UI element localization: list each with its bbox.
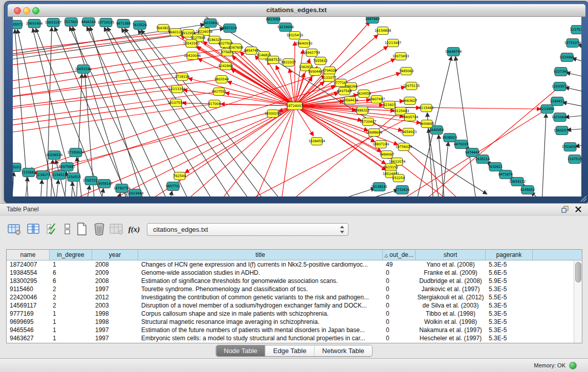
graph-node[interactable]: 1107533 [568,155,581,164]
graph-node[interactable]: 9405572 [13,20,23,29]
table-cell[interactable]: 1997 [92,326,138,334]
graph-node[interactable]: 9329966 [560,53,574,62]
table-cell[interactable]: 22420046 [7,293,50,301]
table-cell[interactable]: Corpus callosum shape and size in male p… [138,310,383,318]
graph-node[interactable]: 9671388 [116,19,130,28]
table-cell[interactable]: 2012 [92,293,138,301]
table-cell[interactable]: 5.3E-5 [486,285,533,293]
graph-node[interactable]: 18724007 [287,102,303,110]
table-cell[interactable]: Nakamura et al. (1997) [416,326,486,334]
select-rows-icon[interactable] [45,222,59,236]
table-cell[interactable]: 0 [383,310,416,318]
table-row[interactable]: 1872400712008Changes of HCN gene express… [7,260,582,269]
table-cell[interactable]: Stergiakouli et al. (2012) [416,293,486,301]
graph-node[interactable]: 1217534 [570,26,581,34]
table-cell[interactable]: 1 [50,260,92,269]
graph-node[interactable]: 917004 [208,100,221,108]
scrollbar-thumb[interactable] [575,262,581,282]
graph-node[interactable]: 10688609 [366,129,383,137]
table-cell[interactable]: 1998 [92,310,138,318]
graph-node[interactable]: 9121077 [322,74,336,82]
table-cell[interactable]: 9465546 [7,326,50,334]
graph-node[interactable]: 10719195 [98,18,115,27]
window-titlebar[interactable]: citations_edges.txt [8,4,585,17]
graph-node[interactable]: 7486322 [355,107,369,115]
table-cell[interactable]: 5.9E-5 [486,277,533,285]
table-cell[interactable]: 0 [383,326,416,334]
graph-node[interactable]: 9484067 [380,151,394,159]
graph-node[interactable]: 1154519 [52,171,67,180]
table-row[interactable]: 2242004622012Investigating the contribut… [7,293,582,301]
table-cell[interactable]: 1997 [92,334,138,342]
tab-node-table[interactable]: Node Table [216,345,266,356]
graph-node[interactable]: 1624554 [357,90,371,98]
table-row[interactable]: 1456911722003Disruption of a novel membe… [7,301,582,310]
table-settings-icon[interactable] [7,222,21,236]
graph-node[interactable]: 6794028 [322,67,337,75]
graph-node[interactable]: 1527602 [64,18,78,27]
graph-node[interactable]: 9463627 [403,97,417,105]
graph-node[interactable]: 252254 [393,174,405,182]
table-cell[interactable]: 6 [50,269,92,277]
table-scrollbar[interactable] [574,260,582,343]
column-header-name[interactable]: name [7,250,50,260]
table-row[interactable]: 946362711997Embryonic stem cells: a mode… [7,334,582,342]
table-cell[interactable]: 2 [50,285,92,293]
graph-node[interactable]: 1990444 [308,68,322,76]
table-row[interactable]: 946554611997Estimation of the future num… [7,326,582,334]
graph-node[interactable]: 19218996 [277,23,294,32]
graph-node[interactable]: 10975887 [59,163,76,171]
table-cell[interactable]: Structural magnetic resonance image aver… [138,318,383,326]
new-table-icon[interactable] [75,222,89,236]
graph-node[interactable]: 12923448 [127,189,144,197]
table-cell[interactable]: 18300295 [7,277,50,285]
table-row[interactable]: 911546021997Tourette syndrome. Phenomeno… [7,285,582,293]
table-cell[interactable]: Estimation of the future numbers of pati… [138,326,383,334]
column-header-year[interactable]: year [92,250,138,260]
graph-node[interactable]: 15720407 [360,118,377,126]
graph-node[interactable]: 9457791 [166,182,180,191]
table-cell[interactable]: 0 [383,277,416,285]
graph-node[interactable]: 1115682 [21,168,36,177]
table-cell[interactable]: 1998 [92,318,138,326]
table-cell[interactable]: Franke et al. (2009) [416,269,486,277]
table-cell[interactable]: 0 [383,293,416,301]
table-cell[interactable]: Estimation of significance thresholds fo… [138,277,383,285]
column-header-short[interactable]: short [416,250,486,260]
table-cell[interactable]: 0 [383,301,416,310]
graph-node[interactable]: 16648784 [445,48,462,56]
graph-node[interactable]: 2803144 [214,76,229,83]
column-header-title[interactable]: title [138,250,383,260]
graph-node[interactable]: 18325419 [287,32,303,39]
table-cell[interactable]: 49 [383,260,416,269]
table-cell[interactable]: 19384554 [7,269,50,277]
float-panel-icon[interactable] [561,206,570,213]
graph-node[interactable]: 10653287 [45,18,62,27]
table-cell[interactable]: Changes of HCN gene expression and I(f) … [138,260,383,269]
table-cell[interactable]: Dudbridge et al. (2008) [416,277,486,285]
table-cell[interactable]: 5.3E-5 [486,310,533,318]
graph-node[interactable]: 9242848 [219,62,233,70]
graph-node[interactable]: 8466160 [81,18,96,27]
table-cell[interactable]: Jankovic et al. (1997) [416,285,486,293]
graph-node[interactable]: 10654112 [509,178,526,186]
table-cell[interactable]: 9463627 [7,334,50,342]
graph-node[interactable]: 7485063 [399,68,413,75]
table-cell[interactable]: 18724007 [7,260,50,269]
graph-node[interactable]: 20206526 [46,151,63,160]
graph-node[interactable]: 18807249 [373,141,389,148]
row-height-icon[interactable] [60,222,75,236]
close-panel-icon[interactable] [575,206,582,213]
import-table-icon[interactable] [110,222,124,236]
table-cell[interactable]: 0 [383,334,416,342]
graph-node[interactable]: 1234273 [36,171,50,180]
graph-node[interactable]: 8427552 [212,88,226,96]
table-cell[interactable]: 0 [383,269,416,277]
table-cell[interactable]: 2 [50,301,92,310]
table-row[interactable]: 969969511998Structural magnetic resonanc… [7,318,582,326]
table-selector-dropdown[interactable]: citations_edges.txt [147,223,349,236]
table-cell[interactable]: 1 [50,326,92,334]
graph-node[interactable]: 2887682 [365,17,380,24]
graph-node[interactable]: 12975115 [403,82,420,90]
graph-node[interactable]: 10107554 [168,99,185,107]
